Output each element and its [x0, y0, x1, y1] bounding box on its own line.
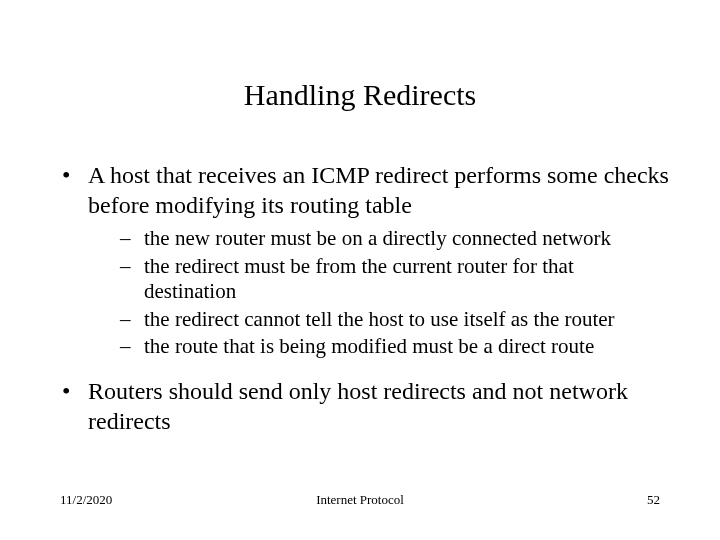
bullet-text: A host that receives an ICMP redirect pe… [88, 160, 670, 220]
sub-bullet-text: the redirect cannot tell the host to use… [144, 307, 670, 333]
slide-body: • A host that receives an ICMP redirect … [0, 160, 720, 436]
sub-bullet-text: the redirect must be from the current ro… [144, 254, 670, 305]
bullet-icon: • [60, 376, 88, 406]
dash-icon: – [120, 307, 144, 333]
footer-subject: Internet Protocol [316, 492, 404, 508]
bullet-item: • A host that receives an ICMP redirect … [60, 160, 670, 220]
bullet-item: • Routers should send only host redirect… [60, 376, 670, 436]
dash-icon: – [120, 226, 144, 252]
slide-title: Handling Redirects [0, 78, 720, 112]
sub-bullet-text: the route that is being modified must be… [144, 334, 670, 360]
bullet-icon: • [60, 160, 88, 190]
sub-bullet-item: – the new router must be on a directly c… [120, 226, 670, 252]
bullet-text: Routers should send only host redirects … [88, 376, 670, 436]
sub-bullet-item: – the redirect cannot tell the host to u… [120, 307, 670, 333]
dash-icon: – [120, 254, 144, 280]
sub-bullet-text: the new router must be on a directly con… [144, 226, 670, 252]
sub-list: – the new router must be on a directly c… [60, 226, 670, 360]
sub-bullet-item: – the redirect must be from the current … [120, 254, 670, 305]
sub-bullet-item: – the route that is being modified must … [120, 334, 670, 360]
slide-footer: 11/2/2020 Internet Protocol 52 [0, 492, 720, 508]
footer-page-number: 52 [647, 492, 660, 508]
footer-date: 11/2/2020 [60, 492, 112, 508]
slide: Handling Redirects • A host that receive… [0, 78, 720, 540]
dash-icon: – [120, 334, 144, 360]
